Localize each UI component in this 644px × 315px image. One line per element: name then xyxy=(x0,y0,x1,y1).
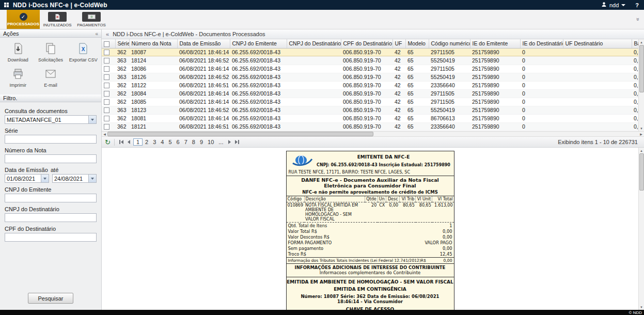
table-row[interactable]: 3631812306/08/2021 18:46:5206.255.692/00… xyxy=(102,106,638,114)
consulta-select[interactable] xyxy=(5,115,88,124)
acoes-panel-header[interactable]: Ações « xyxy=(0,29,101,38)
refresh-icon[interactable]: ↻ xyxy=(105,139,111,146)
collapse-panel-icon[interactable]: « xyxy=(95,31,98,37)
scroll-left-icon[interactable]: ◀ xyxy=(102,132,107,136)
cnpj-destinatario-input[interactable] xyxy=(5,213,97,222)
row-checkbox[interactable] xyxy=(104,124,109,130)
serie-input[interactable] xyxy=(5,135,97,144)
row-checkbox[interactable] xyxy=(104,50,109,55)
cell: 29711505 xyxy=(429,65,470,73)
row-checkbox[interactable] xyxy=(104,99,109,105)
help-button[interactable]: ? xyxy=(635,2,639,8)
column-header-13[interactable]: Ba xyxy=(632,39,638,48)
first-page-button[interactable] xyxy=(118,140,124,144)
pager-page-4[interactable]: 4 xyxy=(159,139,166,145)
cell: 06/08/2021 18:46:51 xyxy=(177,122,230,131)
table-row[interactable]: 3631812606/08/2021 18:46:5206.255.692/00… xyxy=(102,73,638,81)
table-row[interactable]: 3621808406/08/2021 18:46:1406.255.692/00… xyxy=(102,89,638,98)
column-header-12[interactable]: UF Destinatário xyxy=(563,39,632,48)
next-page-button[interactable] xyxy=(227,140,232,144)
numero-input[interactable] xyxy=(5,154,97,163)
column-header-5[interactable]: CNPJ do Destinatário xyxy=(287,39,341,48)
table-row[interactable]: 3621808506/08/2021 18:46:1406.255.692/00… xyxy=(102,98,638,106)
preview-vertical-scrollbar[interactable]: ▲ ▼ xyxy=(638,148,644,310)
pager-page-1[interactable]: 1 xyxy=(133,138,143,146)
imprimir-button[interactable]: Imprimir xyxy=(2,68,34,88)
apps-grid-icon[interactable] xyxy=(4,3,9,7)
tab-processados[interactable]: ✓ PROCESSADOS xyxy=(7,10,40,29)
table-row[interactable]: 3621808106/08/2021 18:46:1406.255.692/00… xyxy=(102,114,638,122)
row-checkbox[interactable] xyxy=(104,107,109,113)
table-row[interactable]: 3621812106/08/2021 18:46:5106.255.692/00… xyxy=(102,122,638,131)
grid-vertical-scrollbar[interactable]: ▲ ▼ xyxy=(638,39,644,131)
last-page-button[interactable] xyxy=(234,140,240,144)
pager-page-3[interactable]: 3 xyxy=(151,139,158,145)
pager-page-5[interactable]: 5 xyxy=(166,139,174,145)
cell: 362 xyxy=(115,98,129,106)
cell xyxy=(287,56,341,65)
email-button[interactable]: E-mail xyxy=(35,68,66,88)
solicitacoes-button[interactable]: Solicitações xyxy=(35,42,66,62)
scroll-up-icon[interactable]: ▲ xyxy=(639,148,644,153)
download-button[interactable]: Download xyxy=(2,42,34,62)
scroll-up-icon[interactable]: ▲ xyxy=(639,39,644,45)
column-header-9[interactable]: Código numérico xyxy=(429,39,470,48)
grid-horizontal-scrollbar[interactable]: ◀ ▶ xyxy=(102,131,644,137)
scroll-right-icon[interactable]: ▶ xyxy=(638,132,644,136)
scroll-down-icon[interactable]: ▼ xyxy=(639,125,644,131)
cell: 006.850.919-70 xyxy=(341,98,392,106)
column-header-2[interactable]: Número da Nota xyxy=(129,39,177,48)
column-header-1[interactable]: Série xyxy=(115,39,129,48)
pager-page-7[interactable]: 7 xyxy=(182,139,190,145)
pager-page-10[interactable]: 10 xyxy=(206,139,216,145)
row-checkbox[interactable] xyxy=(104,58,109,64)
data-de-calendar-trigger-icon[interactable] xyxy=(41,174,49,183)
data-ate-calendar-trigger-icon[interactable] xyxy=(88,174,97,183)
table-row[interactable]: 3621812206/08/2021 18:46:5106.255.692/00… xyxy=(102,81,638,89)
column-header-4[interactable]: CNPJ do Emitente xyxy=(230,39,287,48)
consulta-dropdown-trigger-icon[interactable] xyxy=(88,115,97,124)
cnpj-emitente-input[interactable] xyxy=(5,194,97,202)
column-header-8[interactable]: Modelo xyxy=(405,39,429,48)
column-header-6[interactable]: CPF do Destinatário xyxy=(341,39,392,48)
column-header-3[interactable]: Data de Emissão xyxy=(177,39,230,48)
filtro-panel-header[interactable]: Filtro. xyxy=(0,94,101,102)
payment-icon xyxy=(82,12,101,22)
grid-hscroll-thumb[interactable] xyxy=(107,132,373,136)
collapse-sidebar-icon[interactable]: « xyxy=(106,31,109,37)
user-menu[interactable]: ndd xyxy=(609,2,619,8)
grid-vscroll-thumb[interactable] xyxy=(639,45,644,92)
select-all-checkbox[interactable] xyxy=(104,41,109,47)
cpf-destinatario-input[interactable] xyxy=(5,233,97,242)
export-csv-button[interactable]: X Exportar CSV xyxy=(68,42,99,62)
table-row[interactable]: 3621808706/08/2021 18:46:1406.255.692/00… xyxy=(102,48,638,56)
tab-inutilizados[interactable]: INUTILIZADOS xyxy=(41,10,74,29)
pager-page-2[interactable]: 2 xyxy=(143,139,150,145)
pager-page-9[interactable]: 9 xyxy=(198,139,205,145)
cell xyxy=(287,65,341,73)
column-header-10[interactable]: IE do Emitente xyxy=(470,39,520,48)
column-header-7[interactable]: UF xyxy=(392,39,405,48)
table-row[interactable]: 3631812406/08/2021 18:46:5206.255.692/00… xyxy=(102,56,638,65)
cell: 23356640 xyxy=(429,122,470,131)
row-checkbox[interactable] xyxy=(104,116,109,121)
pager-page-6[interactable]: 6 xyxy=(175,139,182,145)
row-checkbox[interactable] xyxy=(104,83,109,88)
cell: 251759890 xyxy=(470,106,520,114)
collapse-ribbon-icon[interactable]: « xyxy=(634,18,640,21)
preview-vscroll-thumb[interactable] xyxy=(639,153,644,191)
previous-page-button[interactable] xyxy=(127,140,131,144)
row-checkbox[interactable] xyxy=(104,66,109,72)
pager-page-8[interactable]: 8 xyxy=(190,139,197,145)
copyright: © NDD xyxy=(629,310,642,315)
tab-pagamentos[interactable]: PAGAMENTOS xyxy=(75,10,108,29)
scroll-down-icon[interactable]: ▼ xyxy=(639,304,644,310)
column-header-11[interactable]: IE do Destinatário xyxy=(520,39,563,48)
pesquisar-button[interactable]: Pesquisar xyxy=(28,293,73,304)
data-de-input[interactable] xyxy=(5,174,41,183)
select-all-header[interactable] xyxy=(102,39,115,48)
data-ate-input[interactable] xyxy=(52,174,88,183)
row-checkbox[interactable] xyxy=(104,74,109,80)
table-row[interactable]: 3621808606/08/2021 18:46:1406.255.692/00… xyxy=(102,65,638,73)
row-checkbox[interactable] xyxy=(104,91,109,97)
